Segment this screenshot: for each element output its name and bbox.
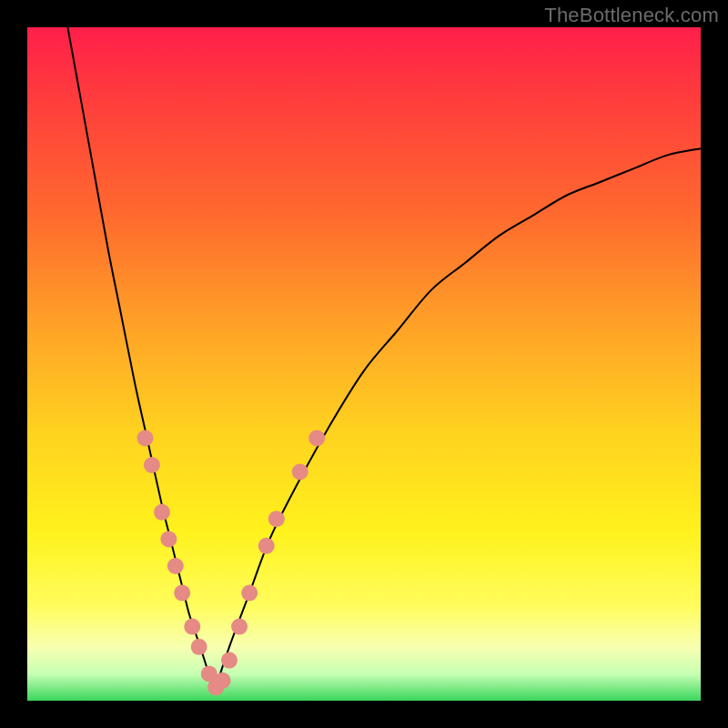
highlight-dot	[167, 558, 184, 574]
highlight-dot	[174, 585, 190, 602]
chart-svg	[27, 27, 701, 701]
highlight-dot	[231, 619, 248, 635]
highlight-dot	[137, 430, 154, 446]
left-curve	[67, 27, 216, 687]
chart-stage: TheBottleneck.com	[0, 0, 728, 728]
right-curve	[216, 148, 701, 687]
highlight-dot	[258, 538, 275, 554]
chart-plot-area	[27, 27, 701, 701]
highlight-dot	[292, 463, 308, 480]
highlight-dot	[268, 511, 285, 527]
watermark-label: TheBottleneck.com	[544, 4, 719, 27]
highlight-dots	[137, 430, 326, 695]
highlight-dot	[241, 585, 258, 602]
highlight-dot	[221, 652, 238, 669]
highlight-dot	[144, 457, 160, 473]
highlight-dot	[215, 672, 231, 689]
highlight-dot	[160, 531, 177, 547]
highlight-dot	[191, 639, 207, 655]
highlight-dot	[308, 430, 325, 446]
highlight-dot	[154, 504, 170, 521]
highlight-dot	[184, 619, 200, 635]
